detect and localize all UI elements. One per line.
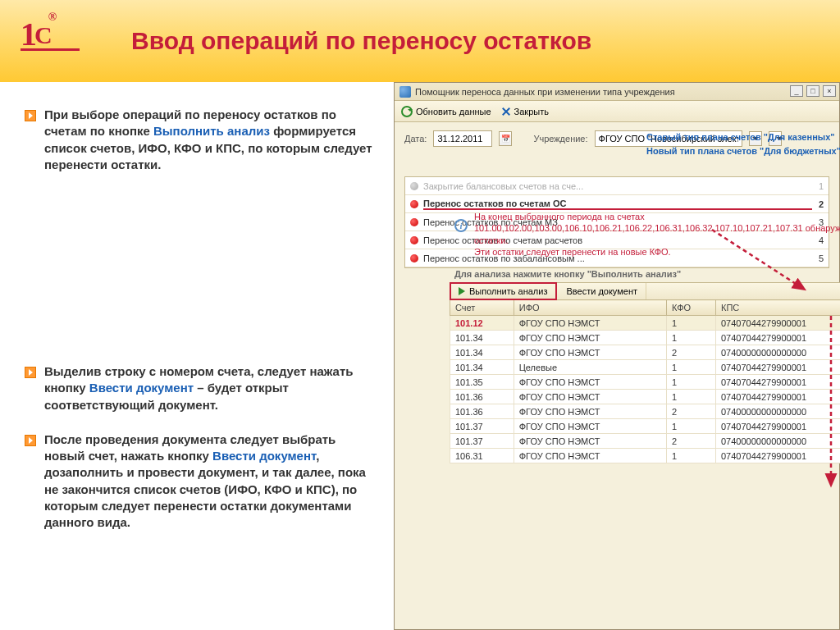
page-title: Ввод операций по переносу остатков: [131, 26, 591, 56]
bullet-icon: [25, 435, 36, 446]
table-row[interactable]: 101.35ФГОУ СПО НЭМСТ107407044279900001: [450, 375, 841, 390]
table-cell: 07407044279900001: [716, 331, 841, 345]
table-cell: ФГОУ СПО НЭМСТ: [514, 375, 666, 390]
table-cell: 07407044279900001: [716, 449, 841, 463]
maximize-button[interactable]: □: [806, 85, 819, 97]
window-titlebar: Помощник переноса данных при изменении т…: [395, 83, 839, 101]
bullet-icon: [25, 367, 36, 378]
table-cell: ФГОУ СПО НЭМСТ: [514, 331, 666, 345]
table-row[interactable]: 101.34ФГОУ СПО НЭМСТ207400000000000000: [450, 345, 841, 360]
table-cell: 07407044279900001: [716, 316, 841, 331]
table-cell: 1: [667, 331, 716, 345]
status-dot-icon: [410, 218, 418, 226]
date-label: Дата:: [404, 134, 427, 144]
status-dot-icon: [410, 200, 418, 208]
table-row[interactable]: 101.34Целевые107407044279900001: [450, 360, 841, 375]
table-row[interactable]: 101.37ФГОУ СПО НЭМСТ107407044279900001: [450, 419, 841, 434]
table-cell: 2: [667, 404, 716, 419]
close-toolbar-button[interactable]: Закрыть: [501, 107, 549, 116]
table-cell: ФГОУ СПО НЭМСТ: [514, 419, 666, 434]
table-cell: 07407044279900001: [716, 419, 841, 434]
table-cell: ФГОУ СПО НЭМСТ: [514, 345, 666, 360]
info-message: i На конец выбранного периода на счетах …: [450, 206, 840, 262]
table-cell: 07407044279900001: [716, 390, 841, 404]
org-label: Учреждение:: [533, 134, 587, 144]
table-cell: 101.34: [450, 331, 514, 345]
play-icon: [459, 287, 465, 295]
app-icon: [399, 86, 411, 98]
slide-header: 1C® Ввод операций по переносу остатков: [0, 0, 840, 82]
plan-type-info: Старый тип плана счетов "Для казенных" Н…: [646, 130, 840, 158]
para1-blue: Выполнить анализ: [153, 124, 270, 138]
close-icon: [501, 107, 511, 116]
table-cell: 1: [667, 316, 716, 331]
table-cell: 101.35: [450, 375, 514, 390]
table-cell: 101.36: [450, 404, 514, 419]
para2-blue: Ввести документ: [89, 381, 194, 395]
accounts-table[interactable]: СчетИФОКФОКПС 101.12ФГОУ СПО НЭМСТ107407…: [450, 299, 840, 463]
close-label: Закрыть: [514, 107, 549, 116]
table-row[interactable]: 101.36ФГОУ СПО НЭМСТ207400000000000000: [450, 404, 841, 419]
status-dot-icon: [410, 254, 418, 262]
table-cell: ФГОУ СПО НЭМСТ: [514, 404, 666, 419]
refresh-button[interactable]: Обновить данные: [401, 106, 491, 117]
table-cell: 2: [667, 434, 716, 449]
info-line3: Эти остатки следует перенести на новые К…: [474, 246, 840, 258]
plan-old: Старый тип плана счетов "Для казенных": [646, 130, 840, 144]
table-cell: 101.12: [450, 316, 514, 331]
analysis-hint: Для анализа нажмите кнопку "Выполнить ан…: [454, 269, 840, 279]
table-header[interactable]: Счет: [450, 300, 514, 316]
refresh-label: Обновить данные: [416, 107, 491, 116]
table-cell: 101.34: [450, 345, 514, 360]
explanation-panel: При выборе операций по переносу остатков…: [0, 82, 394, 630]
table-row[interactable]: 101.36ФГОУ СПО НЭМСТ107407044279900001: [450, 390, 841, 404]
table-header[interactable]: КФО: [667, 300, 716, 316]
table-cell: 1: [667, 390, 716, 404]
table-cell: 07407044279900001: [716, 375, 841, 390]
run-analysis-button[interactable]: Выполнить анализ: [450, 283, 556, 299]
bullet-icon: [25, 110, 36, 121]
app-window: Помощник переноса данных при изменении т…: [394, 82, 840, 630]
table-header[interactable]: КПС: [716, 300, 841, 316]
enter-document-label: Ввести документ: [566, 286, 637, 296]
info-icon: i: [454, 219, 468, 232]
table-cell: 1: [667, 449, 716, 463]
operation-row[interactable]: Закрытие балансовых счетов на сче...1: [405, 177, 829, 195]
calendar-icon[interactable]: 📅: [499, 131, 512, 146]
table-cell: 07407044279900001: [716, 360, 841, 375]
table-cell: ФГОУ СПО НЭМСТ: [514, 434, 666, 449]
refresh-icon: [401, 106, 413, 117]
table-cell: 2: [667, 345, 716, 360]
table-cell: ФГОУ СПО НЭМСТ: [514, 390, 666, 404]
table-cell: 07400000000000000: [716, 434, 841, 449]
info-line1: На конец выбранного периода на счетах: [474, 211, 840, 222]
close-button[interactable]: ×: [823, 85, 836, 97]
table-row[interactable]: 101.34ФГОУ СПО НЭМСТ107407044279900001: [450, 331, 841, 345]
table-cell: 101.37: [450, 434, 514, 449]
table-row[interactable]: 101.12ФГОУ СПО НЭМСТ107407044279900001: [450, 316, 841, 331]
table-cell: 101.37: [450, 419, 514, 434]
table-cell: 106.31: [450, 449, 514, 463]
table-cell: 101.36: [450, 390, 514, 404]
para3-blue: Ввести документ: [212, 449, 316, 463]
status-dot-icon: [410, 236, 418, 244]
run-analysis-label: Выполнить анализ: [469, 286, 547, 296]
table-cell: ФГОУ СПО НЭМСТ: [514, 316, 666, 331]
table-cell: 1: [667, 360, 716, 375]
plan-new: Новый тип плана счетов "Для бюджетных": [646, 144, 840, 158]
table-cell: 101.34: [450, 360, 514, 375]
table-cell: 07400000000000000: [716, 345, 841, 360]
toolbar: Обновить данные Закрыть: [395, 101, 839, 122]
operation-number: 1: [812, 181, 824, 191]
minimize-button[interactable]: _: [790, 85, 803, 97]
table-cell: 07400000000000000: [716, 404, 841, 419]
table-cell: 1: [667, 375, 716, 390]
date-input[interactable]: [433, 130, 492, 147]
action-button-row: Выполнить анализ Ввести документ: [450, 282, 840, 299]
operation-label: Закрытие балансовых счетов на сче...: [423, 181, 812, 191]
enter-document-button[interactable]: Ввести документ: [558, 283, 646, 299]
table-row[interactable]: 106.31ФГОУ СПО НЭМСТ107407044279900001: [450, 449, 841, 463]
table-cell: ФГОУ СПО НЭМСТ: [514, 449, 666, 463]
table-row[interactable]: 101.37ФГОУ СПО НЭМСТ207400000000000000: [450, 434, 841, 449]
table-header[interactable]: ИФО: [514, 300, 666, 316]
